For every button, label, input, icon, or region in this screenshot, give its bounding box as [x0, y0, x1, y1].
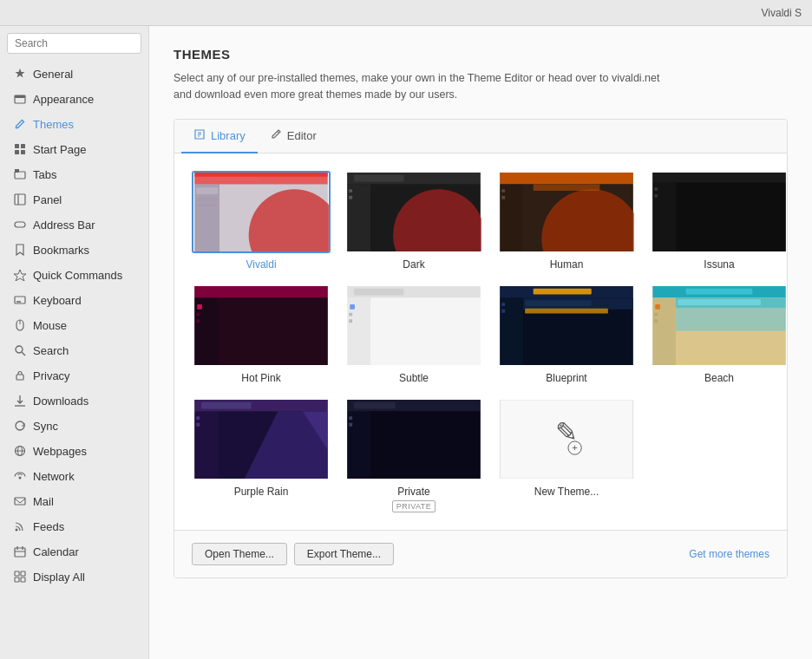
svg-rect-33 — [15, 577, 19, 582]
theme-item-newtheme[interactable]: ✎ + New Theme... — [497, 398, 636, 512]
svg-rect-3 — [21, 144, 25, 148]
svg-rect-48 — [354, 174, 403, 181]
sidebar-label-calendar: Calendar — [33, 545, 79, 558]
tab-editor[interactable]: Editor — [258, 120, 329, 153]
svg-rect-8 — [15, 194, 25, 205]
export-theme-button[interactable]: Export Theme... — [294, 543, 394, 565]
keyboard-icon — [12, 292, 28, 308]
sidebar-label-sync: Sync — [33, 420, 58, 433]
svg-rect-6 — [15, 172, 25, 179]
sidebar-item-panel[interactable]: Panel — [3, 187, 145, 212]
svg-rect-82 — [370, 297, 480, 365]
open-theme-button[interactable]: Open Theme... — [192, 543, 287, 565]
svg-rect-77 — [354, 288, 403, 295]
sidebar-item-bookmarks[interactable]: Bookmarks — [3, 238, 145, 262]
svg-rect-55 — [500, 173, 632, 184]
svg-rect-25 — [15, 498, 25, 505]
svg-rect-51 — [349, 195, 352, 199]
svg-rect-81 — [349, 319, 352, 323]
svg-rect-88 — [501, 309, 505, 312]
svg-rect-40 — [196, 197, 218, 200]
svg-rect-109 — [196, 416, 200, 420]
page-description: Select any of our pre-installed themes, … — [174, 70, 677, 103]
get-more-themes-link[interactable]: Get more themes — [689, 548, 769, 560]
theme-item-vivaldi[interactable]: Vivaldi — [192, 171, 331, 271]
sidebar-item-network[interactable]: Network — [3, 464, 145, 488]
theme-item-private[interactable]: PrivatePRIVATE — [344, 398, 483, 512]
sidebar-item-sync[interactable]: Sync — [3, 414, 145, 438]
sidebar-item-general[interactable]: General — [3, 62, 145, 86]
svg-rect-119 — [349, 422, 352, 426]
tab-library[interactable]: Library — [181, 120, 258, 153]
feeds-icon — [12, 519, 28, 534]
svg-rect-66 — [654, 193, 658, 197]
appearance-icon — [12, 91, 28, 107]
sidebar-label-privacy: Privacy — [33, 369, 70, 382]
sidebar-item-themes[interactable]: Themes — [3, 112, 145, 136]
sidebar-item-mouse[interactable]: Mouse — [3, 313, 145, 337]
search-input[interactable] — [7, 33, 141, 54]
svg-rect-120 — [370, 411, 480, 479]
sidebar-label-webpages: Webpages — [33, 445, 87, 458]
sidebar-item-displayall[interactable]: Display All — [3, 564, 145, 589]
svg-rect-95 — [686, 288, 753, 294]
theme-item-subtle[interactable]: Subtle — [344, 284, 483, 384]
sidebar-label-general: General — [33, 68, 73, 81]
tabs-bar: Library Editor — [174, 120, 787, 153]
sidebar-label-displayall: Display All — [33, 571, 85, 584]
network-icon — [12, 468, 28, 484]
sidebar-item-mail[interactable]: Mail — [3, 489, 145, 513]
theme-item-dark[interactable]: Dark — [344, 171, 483, 271]
theme-name-private: Private — [397, 486, 429, 498]
sidebar-item-addressbar[interactable]: Address Bar — [3, 212, 145, 237]
theme-item-purplerain[interactable]: Purple Rain — [192, 398, 331, 512]
sidebar-label-startpage: Start Page — [33, 143, 86, 156]
svg-point-26 — [16, 529, 18, 532]
webpages-icon — [12, 443, 28, 459]
svg-rect-38 — [194, 184, 219, 251]
main-content: THEMES Select any of our pre-installed t… — [149, 26, 812, 659]
theme-preview-newtheme: ✎ + — [497, 398, 636, 480]
sidebar-item-webpages[interactable]: Webpages — [3, 439, 145, 463]
sidebar-label-network: Network — [33, 470, 75, 483]
theme-item-human[interactable]: Human — [497, 171, 636, 271]
sidebar-item-feeds[interactable]: Feeds — [3, 514, 145, 538]
svg-rect-118 — [349, 416, 352, 420]
svg-rect-58 — [501, 195, 505, 199]
sidebar-label-search: Search — [33, 344, 69, 357]
theme-badge-private: PRIVATE — [392, 500, 436, 512]
sidebar-item-calendar[interactable]: Calendar — [3, 539, 145, 564]
sidebar-item-keyboard[interactable]: Keyboard — [3, 288, 145, 312]
theme-preview-hotpink — [192, 284, 331, 367]
tab-editor-label: Editor — [287, 129, 317, 142]
svg-rect-39 — [196, 187, 218, 194]
svg-rect-2 — [15, 144, 19, 148]
search-icon — [12, 343, 28, 358]
sidebar-item-privacy[interactable]: Privacy — [3, 363, 145, 388]
theme-item-blueprint[interactable]: Blueprint — [497, 284, 636, 384]
mouse-icon — [12, 317, 28, 333]
theme-preview-blueprint — [497, 284, 636, 367]
theme-item-beach[interactable]: Beach — [650, 284, 788, 384]
sidebar-label-appearance: Appearance — [33, 93, 94, 106]
themes-grid: Vivaldi Dark Human Issuna — [174, 153, 787, 530]
sidebar-item-downloads[interactable]: Downloads — [3, 388, 145, 413]
theme-item-hotpink[interactable]: Hot Pink — [192, 284, 331, 384]
displayall-icon — [12, 569, 28, 584]
sidebar-item-quickcommands[interactable]: Quick Commands — [3, 263, 145, 287]
svg-rect-102 — [676, 330, 785, 364]
svg-rect-57 — [501, 189, 505, 192]
sidebar-item-startpage[interactable]: Start Page — [3, 137, 145, 161]
svg-point-17 — [16, 346, 23, 353]
theme-preview-human — [497, 171, 636, 253]
sidebar-label-bookmarks: Bookmarks — [33, 244, 89, 257]
sidebar-item-search[interactable]: Search — [3, 338, 145, 362]
svg-rect-10 — [15, 222, 25, 227]
sidebar-item-appearance[interactable]: Appearance — [3, 87, 145, 111]
theme-item-issuna[interactable]: Issuna — [650, 171, 788, 271]
sidebar-label-keyboard: Keyboard — [33, 294, 82, 307]
svg-rect-50 — [349, 189, 352, 192]
sidebar-item-tabs[interactable]: Tabs — [3, 162, 145, 186]
sidebar-label-addressbar: Address Bar — [33, 219, 95, 232]
svg-rect-1 — [15, 95, 25, 98]
